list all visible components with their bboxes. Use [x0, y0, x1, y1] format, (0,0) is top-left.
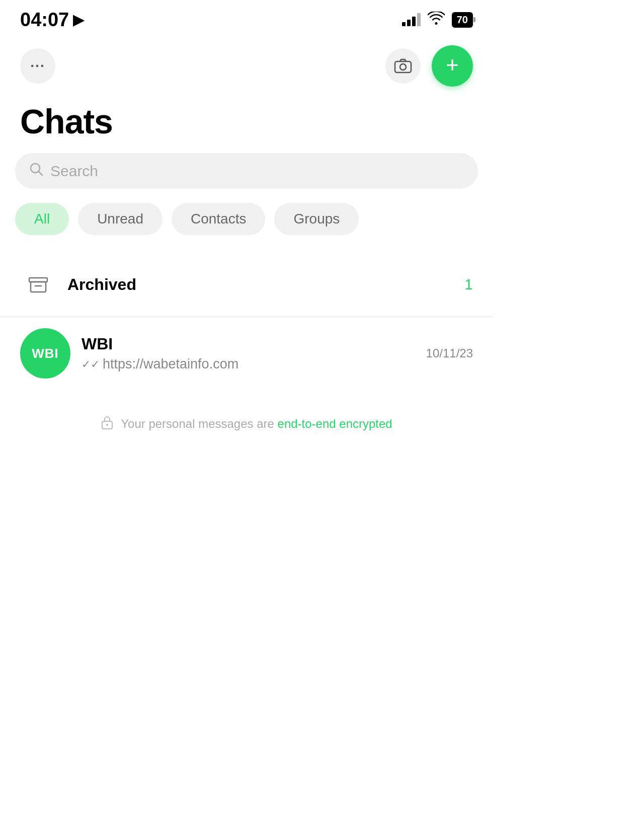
location-icon: ▶	[73, 12, 84, 28]
status-bar: 04:07 ▶ 70	[0, 0, 493, 35]
signal-bar-1	[402, 22, 406, 26]
signal-icon	[402, 13, 421, 26]
archive-icon	[28, 274, 49, 295]
double-check-icon: ✓✓	[82, 358, 100, 371]
battery-icon: 70	[452, 12, 473, 28]
tab-contacts[interactable]: Contacts	[172, 203, 266, 235]
chat-info-wbi: WBI ✓✓ https://wabetainfo.com	[82, 335, 415, 372]
lock-icon	[101, 415, 114, 433]
svg-point-1	[400, 64, 406, 70]
chat-preview: ✓✓ https://wabetainfo.com	[82, 356, 415, 372]
svg-rect-5	[31, 282, 46, 292]
chat-name: WBI	[82, 335, 415, 353]
phone-screen: 04:07 ▶ 70	[0, 0, 493, 819]
signal-bar-3	[412, 17, 416, 26]
camera-button[interactable]	[385, 48, 421, 84]
search-bar[interactable]: Search	[15, 153, 478, 189]
archived-label: Archived	[67, 275, 453, 294]
archived-row[interactable]: Archived 1	[0, 252, 493, 317]
new-chat-button[interactable]: +	[432, 45, 473, 87]
page-title: Chats	[0, 92, 493, 153]
encryption-text: Your personal messages are end-to-end en…	[121, 417, 392, 431]
chat-avatar-wbi: WBI	[20, 328, 70, 379]
svg-rect-0	[395, 61, 411, 72]
top-right-actions: +	[385, 45, 473, 87]
menu-dots-label: ···	[30, 59, 45, 73]
signal-bar-2	[407, 20, 411, 26]
menu-button[interactable]: ···	[20, 48, 55, 84]
archive-icon-wrap	[20, 266, 56, 303]
battery-tip	[473, 17, 475, 22]
tab-groups[interactable]: Groups	[274, 203, 359, 235]
status-time: 04:07 ▶	[20, 9, 84, 31]
search-placeholder: Search	[50, 163, 98, 180]
chat-item-wbi[interactable]: WBI WBI ✓✓ https://wabetainfo.com 10/11/…	[0, 317, 493, 390]
plus-icon: +	[446, 54, 459, 76]
wifi-icon	[428, 12, 445, 28]
encryption-prefix: Your personal messages are	[121, 417, 277, 430]
camera-icon	[394, 57, 412, 75]
svg-line-3	[39, 172, 42, 175]
chat-preview-text: https://wabetainfo.com	[103, 356, 238, 372]
chat-right: 10/11/23	[426, 346, 473, 360]
chat-time: 10/11/23	[426, 346, 473, 360]
filter-tabs: All Unread Contacts Groups	[0, 203, 493, 252]
archived-count: 1	[464, 276, 473, 293]
search-icon	[29, 162, 43, 180]
avatar-text: WBI	[32, 346, 59, 361]
status-icons: 70	[402, 12, 473, 28]
encryption-notice: Your personal messages are end-to-end en…	[0, 395, 493, 453]
search-container: Search	[0, 153, 493, 203]
signal-bar-4	[417, 13, 421, 26]
time-display: 04:07	[20, 9, 69, 31]
tab-all[interactable]: All	[15, 203, 69, 235]
top-actions-bar: ··· +	[0, 35, 493, 92]
encryption-link[interactable]: end-to-end encrypted	[278, 417, 392, 430]
svg-point-8	[106, 424, 108, 426]
tab-unread[interactable]: Unread	[78, 203, 163, 235]
battery-level: 70	[457, 14, 468, 26]
